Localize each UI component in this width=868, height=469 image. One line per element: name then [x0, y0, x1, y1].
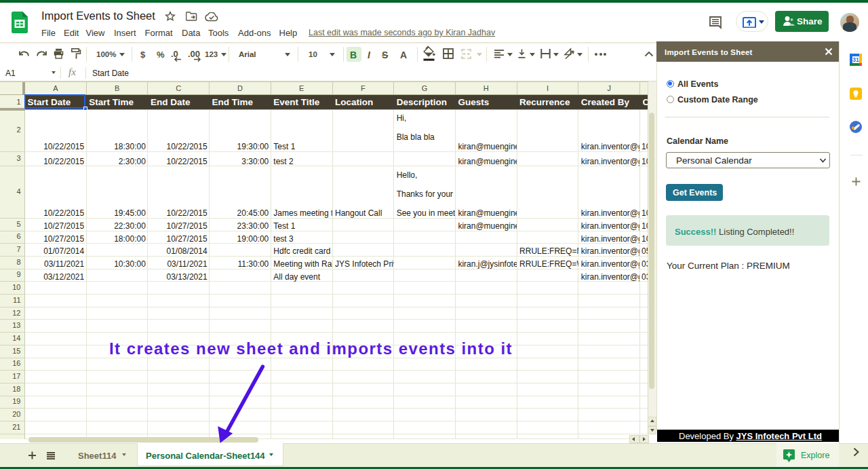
- svg-text:31: 31: [852, 56, 859, 63]
